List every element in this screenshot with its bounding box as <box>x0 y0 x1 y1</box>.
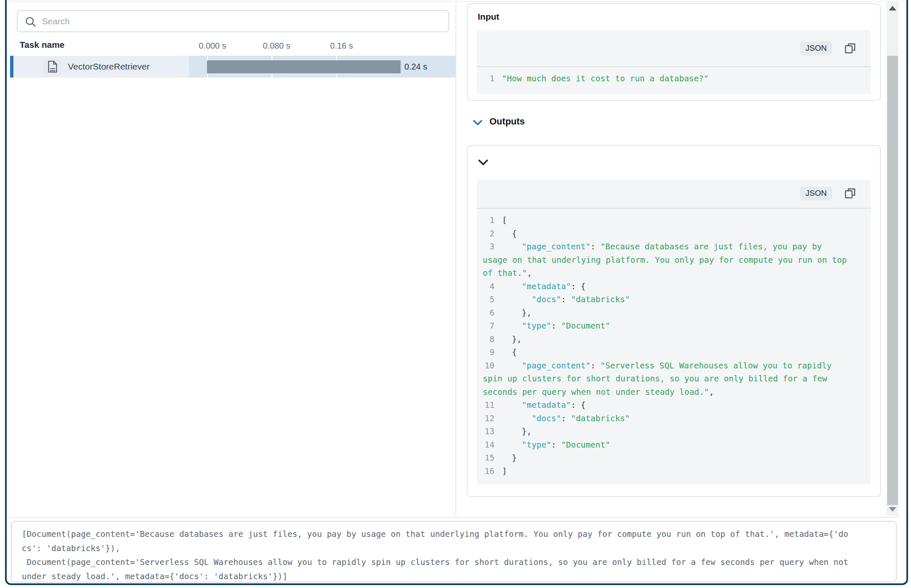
outputs-code-body: 1[2 {3 "page_content": "Because database… <box>477 209 871 484</box>
task-name-column-header: Task name <box>20 40 65 50</box>
code-line: 10 "page_content": "Serverless SQL Wareh… <box>483 359 863 373</box>
raw-output-line: cs': 'databricks'}), <box>22 541 886 556</box>
copy-icon[interactable] <box>844 42 857 55</box>
arrow-down-icon <box>889 507 896 512</box>
outputs-json-format-button[interactable]: JSON <box>800 187 832 200</box>
code-line: 15 } <box>483 451 863 465</box>
raw-output-panel: [Document(page_content='Because database… <box>11 521 897 583</box>
code-line: 14 "type": "Document" <box>483 438 863 452</box>
bottom-divider <box>7 517 898 518</box>
outputs-code-toolbar: JSON <box>477 179 871 209</box>
outputs-title: Outputs <box>489 116 525 127</box>
code-line: 3 "page_content": "Because databases are… <box>483 240 863 254</box>
task-name-label: VectorStoreRetriever <box>68 62 150 72</box>
search-box[interactable] <box>17 10 449 32</box>
task-row-vectorstoreretriever[interactable]: VectorStoreRetriever 0.24 s <box>10 56 456 78</box>
input-code-block: JSON 1"How much does it cost to run a da… <box>477 30 871 94</box>
scrollbar-thumb[interactable] <box>887 56 898 505</box>
timeline-tick-0: 0.000 s <box>199 41 226 51</box>
code-line: 12 "docs": "databricks" <box>483 412 863 425</box>
code-line: 1"How much does it cost to run a databas… <box>483 72 863 85</box>
raw-output-line: Document(page_content='Serverless SQL Wa… <box>22 555 886 570</box>
search-icon <box>25 16 36 28</box>
code-line: 1[ <box>483 214 863 227</box>
copy-icon[interactable] <box>844 187 857 200</box>
timeline-tick-1: 0.080 s <box>263 41 290 51</box>
raw-output-line: under steady load.', metadata={'docs': '… <box>22 570 886 583</box>
input-code-toolbar: JSON <box>477 30 871 67</box>
code-line: 16] <box>483 465 863 478</box>
code-line: 11 "metadata": { <box>483 399 863 412</box>
code-line: 8 }, <box>483 333 863 346</box>
timeline-tick-2: 0.16 s <box>330 41 353 51</box>
arrow-up-icon <box>889 6 896 10</box>
code-line: 2 { <box>483 227 863 241</box>
selected-row-accent <box>10 56 13 78</box>
code-line: 4 "metadata": { <box>483 280 863 293</box>
chevron-down-icon[interactable] <box>473 119 483 126</box>
input-code-body: 1"How much does it cost to run a databas… <box>477 67 871 91</box>
input-title: Input <box>478 12 499 22</box>
panel-divider <box>456 1 456 516</box>
input-card: Input JSON 1"How much does it cost to ru… <box>467 3 881 101</box>
task-duration-bar[interactable] <box>207 60 401 73</box>
document-icon <box>47 60 58 73</box>
code-line: usage on that underlying platform. You o… <box>483 254 863 267</box>
task-icon-box <box>44 58 61 75</box>
code-line: 13 }, <box>483 425 863 438</box>
code-line: 7 "type": "Document" <box>483 319 863 333</box>
collapse-chevron-down-icon[interactable] <box>478 158 489 167</box>
top-divider <box>7 1 906 2</box>
code-line: 5 "docs": "databricks" <box>483 293 863 306</box>
input-json-format-button[interactable]: JSON <box>800 41 832 55</box>
code-line: 9 { <box>483 346 863 359</box>
code-line: spin up clusters for short durations, so… <box>483 372 863 386</box>
outputs-code-block: JSON 1[2 {3 "page_content": "Because dat… <box>477 179 871 484</box>
outputs-card: JSON 1[2 {3 "page_content": "Because dat… <box>467 145 881 497</box>
scrollbar-down-button[interactable] <box>887 504 898 515</box>
code-line: of that.", <box>483 267 863 280</box>
raw-output-line: [Document(page_content='Because database… <box>22 527 886 541</box>
raw-output-text: [Document(page_content='Because database… <box>22 527 886 583</box>
code-line: seconds per query when not under steady … <box>483 386 863 399</box>
trace-viewer: Task name 0.000 s 0.080 s 0.16 s VectorS… <box>0 0 911 588</box>
task-duration-label: 0.24 s <box>404 62 427 72</box>
code-line: 6 }, <box>483 306 863 320</box>
scrollbar-up-button[interactable] <box>887 3 898 13</box>
search-input[interactable] <box>42 12 440 31</box>
